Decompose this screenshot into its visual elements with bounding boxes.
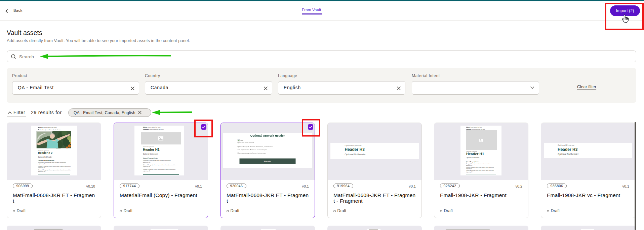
svg-text:Image: Image [240,139,243,141]
